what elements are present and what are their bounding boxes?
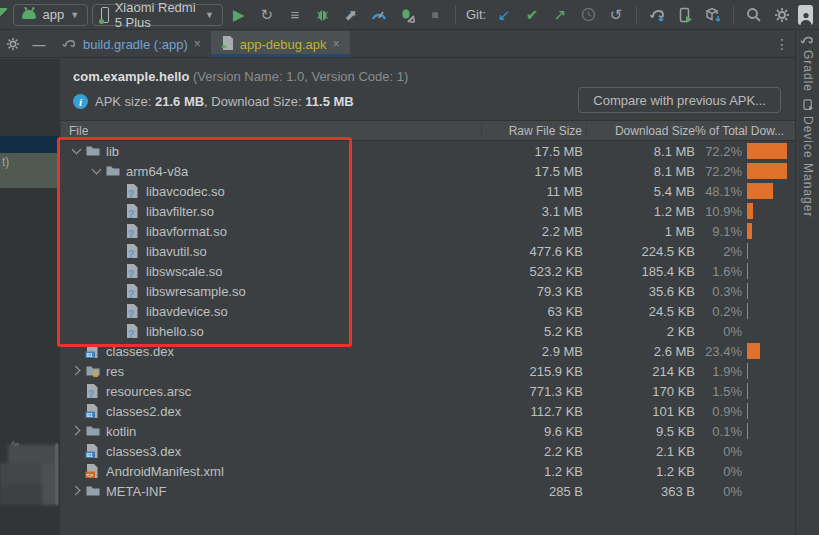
pct-of-total: 1.6% xyxy=(695,264,742,279)
search-everywhere-button[interactable] xyxy=(742,4,766,26)
sdk-manager-button[interactable] xyxy=(701,4,725,26)
pct-bar xyxy=(747,283,748,299)
table-row[interactable]: ?libavformat.so2.2 MB1 MB9.1% xyxy=(61,221,795,241)
gradle-elephant-sync-icon xyxy=(649,7,666,23)
file-name: classes.dex xyxy=(106,344,174,359)
debug-button[interactable] xyxy=(311,4,335,26)
run-configuration-select[interactable]: app ▼ xyxy=(13,4,88,26)
clock-icon xyxy=(581,7,596,22)
table-row[interactable]: ?resources.arsc771.3 KB170 KB1.5% xyxy=(61,381,795,401)
attach-debugger-button[interactable] xyxy=(395,4,419,26)
svg-text:?: ? xyxy=(128,308,135,320)
file-name: libavutil.so xyxy=(146,244,207,259)
table-row[interactable]: <>AndroidManifest.xml1.2 KB1.2 KB0% xyxy=(61,461,795,481)
download-size: 363 B xyxy=(587,484,695,499)
project-panel-settings-button[interactable] xyxy=(0,31,26,57)
column-pct-of-total[interactable]: % of Total Dow... xyxy=(695,124,795,138)
table-row[interactable]: ?libavfilter.so3.1 MB1.2 MB10.9% xyxy=(61,201,795,221)
table-row[interactable]: ?libswresample.so79.3 KB35.6 KB0.3% xyxy=(61,281,795,301)
folder-icon xyxy=(85,423,101,439)
table-row[interactable]: ?libavcodec.so11 MB5.4 MB48.1% xyxy=(61,181,795,201)
file-name: META-INF xyxy=(106,484,166,499)
close-icon[interactable]: × xyxy=(333,37,340,51)
table-row[interactable]: 01classes2.dex112.7 KB101 KB0.9% xyxy=(61,401,795,421)
profiler-button[interactable] xyxy=(367,4,391,26)
scrollbar-thumb[interactable] xyxy=(55,443,58,505)
pct-of-total: 0.1% xyxy=(695,424,742,439)
dex-file-icon: 01 xyxy=(85,443,99,459)
close-icon[interactable]: × xyxy=(194,37,201,51)
pct-bar-cell xyxy=(742,423,795,439)
tool-window-gradle[interactable]: Gradle xyxy=(800,35,815,92)
pct-bar-cell xyxy=(742,263,795,279)
apk-file-icon xyxy=(221,36,234,52)
apply-changes-button[interactable]: ↻ xyxy=(255,4,279,26)
file-name: arm64-v8a xyxy=(126,164,188,179)
main-toolbar: app ▼ Xiaomi Redmi 5 Plus ▼ ▶ ↻ ≡ ⬈ ■ Gi… xyxy=(0,0,819,30)
download-size: 8.1 MB xyxy=(587,164,695,179)
gauge-icon xyxy=(371,7,387,23)
hide-panel-button[interactable]: — xyxy=(26,31,52,57)
table-row[interactable]: res215.9 KB214 KB1.9% xyxy=(61,361,795,381)
file-name: classes3.dex xyxy=(106,444,181,459)
settings-button[interactable] xyxy=(770,4,794,26)
chevron-right-icon[interactable] xyxy=(69,363,85,379)
download-size: 214 KB xyxy=(587,364,695,379)
download-size: 2 KB xyxy=(587,324,695,339)
table-row[interactable]: arm64-v8a17.5 MB8.1 MB72.2% xyxy=(61,161,795,181)
table-row[interactable]: 01classes3.dex2.2 KB2.1 KB0% xyxy=(61,441,795,461)
compare-apk-button[interactable]: Compare with previous APK... xyxy=(578,87,781,113)
table-row[interactable]: ?libhello.so5.2 KB2 KB0% xyxy=(61,321,795,341)
apply-code-changes-button[interactable]: ≡ xyxy=(283,4,307,26)
stop-button[interactable]: ■ xyxy=(423,4,447,26)
column-raw-file-size[interactable]: Raw File Size xyxy=(482,124,587,138)
chevron-down-icon[interactable] xyxy=(89,163,105,179)
gradle-sync-button[interactable] xyxy=(645,4,669,26)
folder-icon xyxy=(105,163,121,179)
project-selected-row[interactable] xyxy=(0,136,60,153)
device-manager-button[interactable] xyxy=(673,4,697,26)
table-row[interactable]: ?libavdevice.so63 KB24.5 KB0.2% xyxy=(61,301,795,321)
file-name: AndroidManifest.xml xyxy=(106,464,224,479)
git-history-button[interactable] xyxy=(576,4,600,26)
column-download-size[interactable]: Download Size xyxy=(587,124,695,138)
table-row[interactable]: lib17.5 MB8.1 MB72.2% xyxy=(61,141,795,161)
device-select[interactable]: Xiaomi Redmi 5 Plus ▼ xyxy=(92,4,223,26)
raw-file-size: 17.5 MB xyxy=(482,144,587,159)
table-row[interactable]: META-INF285 B363 B0% xyxy=(61,481,795,501)
chevron-down-icon[interactable] xyxy=(69,143,85,159)
user-avatar[interactable] xyxy=(798,5,813,25)
tab-app-debug-apk[interactable]: app-debug.apk × xyxy=(211,31,350,57)
table-row[interactable]: ?libswscale.so523.2 KB185.4 KB1.6% xyxy=(61,261,795,281)
profile-app-button[interactable]: ⬈ xyxy=(339,4,363,26)
raw-file-size: 2.2 MB xyxy=(482,224,587,239)
toolbar-divider xyxy=(636,6,637,24)
chevron-right-icon[interactable] xyxy=(69,423,85,439)
raw-file-size: 112.7 KB xyxy=(482,404,587,419)
bug-arrow-icon xyxy=(399,7,415,23)
file-name: libavdevice.so xyxy=(146,304,228,319)
pct-bar xyxy=(747,383,748,399)
table-row[interactable]: kotlin9.6 KB9.5 KB0.1% xyxy=(61,421,795,441)
git-push-button[interactable]: ↗ xyxy=(548,4,572,26)
git-commit-button[interactable]: ✔ xyxy=(520,4,544,26)
tab-build-gradle[interactable]: build.gradle (:app) × xyxy=(52,31,211,57)
chevron-right-icon[interactable] xyxy=(69,483,85,499)
run-button[interactable]: ▶ xyxy=(227,4,251,26)
git-update-button[interactable]: ↙ xyxy=(492,4,516,26)
chevron-spacer xyxy=(109,323,125,339)
svg-text:<>: <> xyxy=(86,472,94,478)
column-file[interactable]: File xyxy=(61,124,482,138)
tool-window-device-manager[interactable]: Device Manager xyxy=(801,98,815,217)
tab-options-kebab-icon[interactable]: ⋮ xyxy=(769,31,795,57)
package-name: com.example.hello xyxy=(73,69,189,84)
raw-file-size: 5.2 KB xyxy=(482,324,587,339)
unknown-file-icon: ? xyxy=(125,263,139,279)
table-row[interactable]: ?libavutil.so477.6 KB224.5 KB2% xyxy=(61,241,795,261)
project-highlighted-row[interactable]: t) xyxy=(0,153,60,188)
file-name: lib xyxy=(106,144,119,159)
raw-file-size: 1.2 KB xyxy=(482,464,587,479)
git-rollback-button[interactable]: ↺ xyxy=(604,4,628,26)
unknown-file-icon: ? xyxy=(125,223,139,239)
table-row[interactable]: 01classes.dex2.9 MB2.6 MB23.4% xyxy=(61,341,795,361)
